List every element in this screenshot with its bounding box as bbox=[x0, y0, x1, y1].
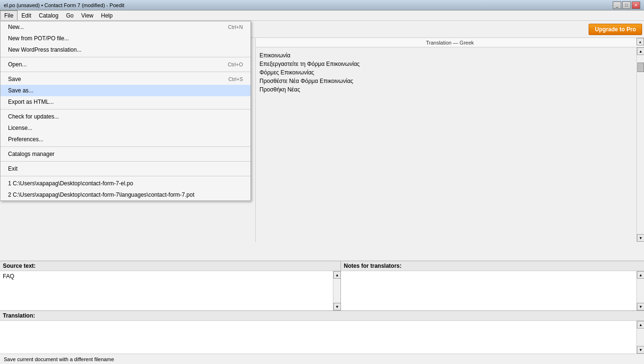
translation-scrollbar: ▲ ▼ bbox=[636, 47, 644, 242]
separator-2 bbox=[0, 72, 250, 72]
menu-new[interactable]: New... Ctrl+N bbox=[0, 21, 250, 33]
translation-entry-2: Φόρμες Επικοινωνίας bbox=[259, 68, 635, 77]
window-controls: _ □ ✕ bbox=[613, 1, 640, 9]
notes-label: Notes for translators: bbox=[341, 261, 644, 271]
source-text-container: FAQ ▲ ▼ bbox=[0, 271, 340, 310]
source-panel: Source text: FAQ ▲ ▼ bbox=[0, 261, 341, 310]
menu-new-wp[interactable]: New WordPress translation... bbox=[0, 44, 250, 55]
menu-new-from-pot[interactable]: New from POT/PO file... bbox=[0, 33, 250, 44]
translation-header: Translation — Greek ▲ bbox=[256, 38, 644, 47]
file-menu-dropdown: New... Ctrl+N New from POT/PO file... Ne… bbox=[0, 21, 251, 201]
separator-6 bbox=[0, 176, 250, 176]
menu-edit[interactable]: Edit bbox=[18, 10, 35, 20]
notes-scrollbar: ▲ ▼ bbox=[636, 271, 644, 310]
minimize-button[interactable]: _ bbox=[613, 1, 621, 9]
scrollbar-up-button[interactable]: ▲ bbox=[636, 38, 644, 46]
title-bar: el.po (unsaved) • Contact Form 7 (modifi… bbox=[0, 0, 644, 10]
menu-open[interactable]: Open... Ctrl+O bbox=[0, 59, 250, 70]
menu-recent-2[interactable]: 2 C:\Users\xapapag\Desktop\contact-form-… bbox=[0, 189, 250, 200]
menu-exit[interactable]: Exit bbox=[0, 163, 250, 174]
source-scroll-up[interactable]: ▲ bbox=[333, 271, 341, 279]
trans-scroll-down[interactable]: ▼ bbox=[637, 346, 644, 354]
translation-entry-4: Προσθήκη Νέας bbox=[259, 85, 635, 94]
menu-recent-1[interactable]: 1 C:\Users\xapapag\Desktop\contact-form-… bbox=[0, 178, 250, 189]
close-button[interactable]: ✕ bbox=[632, 1, 640, 9]
translation-list: Επικοινωνία Επεξεργαστείτε τη Φόρμα Επικ… bbox=[256, 47, 644, 242]
separator-5 bbox=[0, 161, 250, 162]
source-scrollbar: ▲ ▼ bbox=[333, 271, 340, 310]
menu-view[interactable]: View bbox=[77, 10, 97, 20]
menu-catalog[interactable]: Catalog bbox=[35, 10, 62, 20]
source-scroll-down[interactable]: ▼ bbox=[333, 303, 341, 310]
translation-entry-3: Προσθέστε Νέα Φόρμα Επικοινωνίας bbox=[259, 77, 635, 85]
status-text: Save current document with a different f… bbox=[4, 356, 114, 362]
status-bar: Save current document with a different f… bbox=[0, 354, 644, 364]
translation-textarea[interactable] bbox=[0, 321, 636, 354]
maximize-button[interactable]: □ bbox=[622, 1, 631, 9]
menu-bar: File Edit Catalog Go View Help New... Ct… bbox=[0, 10, 644, 21]
separator-4 bbox=[0, 146, 250, 147]
scrollbar-bottom-button[interactable]: ▼ bbox=[637, 234, 644, 242]
upgrade-button[interactable]: Upgrade to Pro bbox=[589, 24, 642, 35]
title-text: el.po (unsaved) • Contact Form 7 (modifi… bbox=[4, 2, 125, 8]
menu-file[interactable]: File bbox=[0, 10, 18, 20]
source-label: Source text: bbox=[0, 261, 340, 271]
menu-catalogs-manager[interactable]: Catalogs manager bbox=[0, 148, 250, 160]
translation-entry-0: Επικοινωνία bbox=[259, 51, 635, 60]
notes-content: ▲ ▼ bbox=[341, 271, 644, 310]
source-notes-row: Source text: FAQ ▲ ▼ Notes for translato… bbox=[0, 261, 644, 311]
menu-save-as[interactable]: Save as... bbox=[0, 85, 250, 96]
translation-input-scrollbar: ▲ ▼ bbox=[636, 321, 644, 354]
notes-scroll-up[interactable]: ▲ bbox=[637, 271, 644, 279]
menu-go[interactable]: Go bbox=[62, 10, 77, 20]
translation-input-section: Translation: ▲ ▼ bbox=[0, 311, 644, 354]
source-text: FAQ bbox=[0, 271, 340, 282]
menu-preferences[interactable]: Preferences... bbox=[0, 134, 250, 145]
scrollbar-top-button[interactable]: ▲ bbox=[637, 47, 644, 55]
trans-scroll-up[interactable]: ▲ bbox=[637, 321, 644, 328]
menu-check-updates[interactable]: Check for updates... bbox=[0, 111, 250, 122]
notes-scroll-down[interactable]: ▼ bbox=[637, 303, 644, 310]
menu-help[interactable]: Help bbox=[97, 10, 116, 20]
translation-input-area[interactable]: ▲ ▼ bbox=[0, 321, 644, 354]
translation-entry-1: Επεξεργαστείτε τη Φόρμα Επικοινωνίας bbox=[259, 60, 635, 68]
translation-panel: Translation — Greek ▲ Επικοινωνία Επεξερ… bbox=[256, 38, 644, 242]
menu-save[interactable]: Save Ctrl+S bbox=[0, 73, 250, 85]
separator-1 bbox=[0, 57, 250, 57]
translation-input-label: Translation: bbox=[0, 311, 644, 321]
separator-3 bbox=[0, 109, 250, 109]
bottom-panels: Source text: FAQ ▲ ▼ Notes for translato… bbox=[0, 261, 644, 354]
menu-license[interactable]: License... bbox=[0, 122, 250, 134]
scrollbar-thumb[interactable] bbox=[637, 63, 644, 72]
menu-export-html[interactable]: Export as HTML... bbox=[0, 96, 250, 108]
notes-panel: Notes for translators: ▲ ▼ bbox=[341, 261, 644, 310]
